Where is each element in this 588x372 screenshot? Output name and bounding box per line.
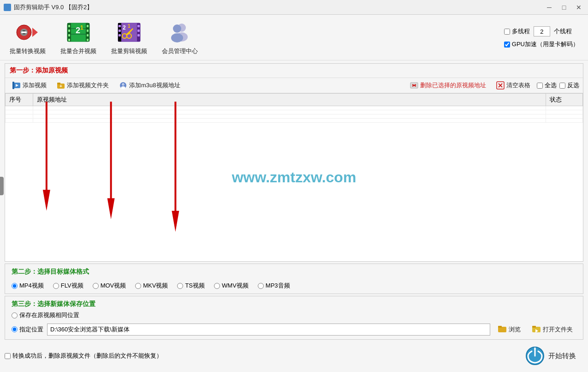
toolbar: 批量转换视频 bbox=[0, 15, 588, 60]
svg-rect-62 bbox=[498, 326, 502, 328]
browse-button[interactable]: 浏览 bbox=[494, 323, 524, 336]
svg-marker-3 bbox=[32, 28, 38, 37]
batch-edit-tool[interactable]: 2 1 批量剪辑视频 bbox=[111, 19, 148, 55]
left-handle[interactable] bbox=[0, 177, 4, 195]
col-seq: 序号 bbox=[6, 94, 33, 106]
format-mp4[interactable]: MP4视频 bbox=[12, 282, 44, 290]
member-center-tool[interactable]: 会员管理中心 bbox=[161, 19, 198, 55]
batch-merge-tool[interactable]: 2 1 批量合并视频 bbox=[60, 19, 97, 55]
format-mp3-radio[interactable] bbox=[258, 283, 264, 289]
svg-rect-28 bbox=[137, 34, 140, 36]
add-folder-button[interactable]: + 添加视频文件夹 bbox=[53, 80, 113, 91]
svg-point-47 bbox=[121, 86, 125, 89]
clear-table-label: 清空表格 bbox=[506, 81, 530, 90]
svg-rect-24 bbox=[119, 30, 121, 32]
invert-select-checkbox[interactable] bbox=[559, 83, 565, 89]
format-ts-radio[interactable] bbox=[177, 283, 183, 289]
gpu-accel-label: GPU加速（用显卡解码） bbox=[512, 40, 579, 48]
svg-marker-58 bbox=[107, 198, 115, 220]
app-icon bbox=[4, 4, 11, 11]
open-folder-button[interactable]: 打开文件夹 bbox=[528, 323, 576, 336]
multi-thread-checkbox[interactable] bbox=[504, 29, 510, 35]
svg-text:1: 1 bbox=[80, 24, 83, 31]
minimize-button[interactable]: ─ bbox=[544, 2, 555, 13]
svg-rect-64 bbox=[532, 326, 536, 328]
file-table: 序号 原视频地址 状态 bbox=[5, 93, 583, 123]
right-actions: 删除已选择的原视频地址 清空表格 全选 bbox=[406, 80, 579, 91]
select-all-checkbox[interactable] bbox=[537, 83, 543, 89]
close-button[interactable]: ✕ bbox=[573, 2, 584, 13]
clear-table-button[interactable]: 清空表格 bbox=[493, 80, 534, 91]
step2-title: 第二步：选择目标媒体格式 bbox=[12, 268, 89, 275]
format-flv-radio[interactable] bbox=[53, 283, 59, 289]
batch-edit-label: 批量剪辑视频 bbox=[111, 47, 147, 55]
svg-rect-13 bbox=[87, 30, 89, 32]
delete-after-convert-label[interactable]: 转换成功后，删除原视频文件（删除后的文件不能恢复） bbox=[5, 352, 162, 360]
select-all-label[interactable]: 全选 bbox=[537, 80, 557, 91]
batch-edit-icon: 2 1 bbox=[116, 19, 142, 45]
format-wmv[interactable]: WMV视频 bbox=[214, 282, 249, 290]
delete-after-convert-checkbox[interactable] bbox=[5, 353, 11, 359]
multi-thread-label: 多线程 bbox=[512, 27, 530, 36]
invert-select-label[interactable]: 反选 bbox=[559, 80, 579, 91]
batch-convert-tool[interactable]: 批量转换视频 bbox=[9, 19, 46, 55]
start-convert-button[interactable]: 开始转换 bbox=[518, 343, 583, 368]
add-folder-icon: + bbox=[57, 81, 65, 90]
format-wmv-radio[interactable] bbox=[214, 283, 220, 289]
format-mkv-radio[interactable] bbox=[135, 283, 141, 289]
col-path: 原视频地址 bbox=[33, 94, 546, 106]
clear-table-icon bbox=[496, 81, 505, 90]
step2-panel: 第二步：选择目标媒体格式 MP4视频 FLV视频 MOV视频 MKV视频 TS视… bbox=[5, 264, 583, 294]
member-center-icon bbox=[167, 19, 193, 45]
col-status: 状态 bbox=[546, 94, 583, 106]
svg-rect-8 bbox=[68, 25, 70, 27]
format-ts[interactable]: TS视频 bbox=[177, 282, 205, 290]
thread-unit: 个线程 bbox=[554, 27, 572, 36]
svg-rect-14 bbox=[87, 34, 89, 36]
toolbar-right: 多线程 2 个线程 GPU加速（用显卡解码） bbox=[504, 26, 579, 48]
svg-rect-4 bbox=[21, 31, 27, 33]
format-mov[interactable]: MOV视频 bbox=[93, 282, 126, 290]
same-as-source-option[interactable]: 保存在原视频相同位置 bbox=[12, 311, 79, 319]
same-as-source-radio[interactable] bbox=[12, 312, 18, 318]
file-table-container: 序号 原视频地址 状态 www.zmtzxw.com bbox=[5, 93, 583, 261]
specified-path-option[interactable]: 指定位置 bbox=[12, 325, 43, 334]
specified-path-radio[interactable] bbox=[12, 326, 18, 332]
delete-selected-button[interactable]: 删除已选择的原视频地址 bbox=[406, 80, 490, 91]
svg-text:+: + bbox=[59, 84, 62, 89]
gpu-accel-checkbox[interactable] bbox=[504, 42, 510, 48]
gpu-row: GPU加速（用显卡解码） bbox=[504, 40, 579, 48]
svg-rect-27 bbox=[137, 30, 140, 32]
gpu-accel-checkbox-label[interactable]: GPU加速（用显卡解码） bbox=[504, 40, 579, 48]
step3-panel: 第三步：选择新媒体保存位置 保存在原视频相同位置 指定位置 D:\360安全浏览… bbox=[5, 296, 583, 340]
format-ts-label: TS视频 bbox=[185, 282, 205, 290]
add-video-button[interactable]: 添加视频 bbox=[9, 80, 50, 91]
svg-text:+: + bbox=[122, 83, 124, 86]
add-m3u8-button[interactable]: + 添加m3u8视频地址 bbox=[115, 80, 184, 91]
format-flv[interactable]: FLV视频 bbox=[53, 282, 83, 290]
table-row bbox=[6, 119, 583, 123]
path-input[interactable]: D:\360安全浏览器下载\新媒体 bbox=[47, 324, 490, 336]
browse-icon bbox=[498, 324, 507, 334]
format-mov-radio[interactable] bbox=[93, 283, 99, 289]
maximize-button[interactable]: □ bbox=[558, 2, 570, 13]
same-as-source-label: 保存在原视频相同位置 bbox=[19, 311, 79, 319]
batch-convert-icon bbox=[15, 19, 41, 45]
browse-label: 浏览 bbox=[509, 325, 521, 334]
step1-panel: 第一步：添加原视频 添加视频 bbox=[5, 63, 583, 262]
specified-path-row: 指定位置 D:\360安全浏览器下载\新媒体 浏览 bbox=[12, 323, 576, 336]
multi-thread-checkbox-label[interactable]: 多线程 bbox=[504, 27, 530, 36]
svg-rect-23 bbox=[119, 25, 121, 27]
format-options: MP4视频 FLV视频 MOV视频 MKV视频 TS视频 WMV视频 bbox=[12, 282, 576, 290]
batch-merge-icon: 2 1 bbox=[65, 19, 91, 45]
svg-rect-11 bbox=[68, 39, 70, 41]
format-mp3[interactable]: MP3音频 bbox=[258, 282, 290, 290]
format-mkv[interactable]: MKV视频 bbox=[135, 282, 168, 290]
step1-actions: 添加视频 + 添加视频文件夹 bbox=[5, 78, 583, 93]
thread-row: 多线程 2 个线程 bbox=[504, 26, 579, 36]
thread-count-input[interactable]: 2 bbox=[534, 26, 550, 36]
delete-selected-label: 删除已选择的原视频地址 bbox=[420, 81, 486, 90]
format-mp4-radio[interactable] bbox=[12, 283, 18, 289]
table-row bbox=[6, 114, 583, 119]
specified-path-label: 指定位置 bbox=[19, 325, 43, 334]
